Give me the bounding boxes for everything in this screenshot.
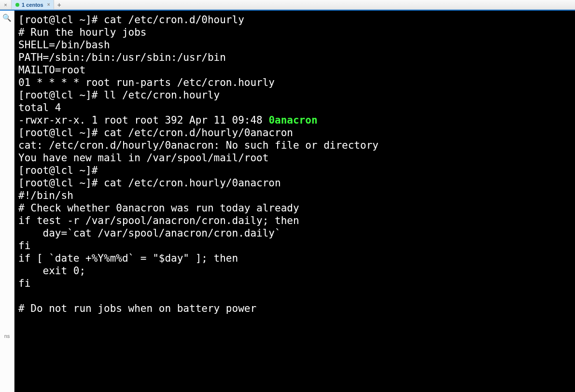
tab-close-icon[interactable]: ×	[46, 2, 50, 7]
terminal-line: exit 0;	[18, 265, 85, 277]
terminal-line: 01 * * * * root run-parts /etc/cron.hour…	[18, 77, 275, 88]
terminal-line: # Check whether 0anacron was run today a…	[18, 202, 299, 214]
terminal-line: [root@lcl ~]# cat /etc/cron.hourly/0anac…	[18, 177, 281, 189]
terminal-line: [root@lcl ~]#	[18, 165, 104, 176]
tab-bar: × 1 centos × +	[0, 0, 575, 10]
status-dot-icon	[15, 3, 19, 7]
terminal-line: # Run the hourly jobs	[18, 27, 147, 38]
terminal-line: #!/bin/sh	[18, 190, 73, 201]
terminal-line: MAILTO=root	[18, 64, 85, 76]
terminal-line: [root@lcl ~]# ll /etc/cron.hourly	[18, 89, 220, 101]
terminal-line: SHELL=/bin/bash	[18, 39, 110, 51]
terminal-line: day=`cat /var/spool/anacron/cron.daily`	[18, 227, 281, 239]
search-icon[interactable]: 🔍	[2, 14, 12, 22]
terminal-line: [root@lcl ~]# cat /etc/cron.d/hourly/0an…	[18, 127, 293, 139]
terminal-line: fi	[18, 278, 30, 289]
terminal-line: if [ `date +%Y%m%d` = "$day" ]; then	[18, 252, 238, 264]
terminal-line: [root@lcl ~]# cat /etc/cron.d/0hourly	[18, 14, 244, 26]
tab-label: 1 centos	[22, 2, 43, 8]
tab-add-button[interactable]: +	[54, 0, 64, 9]
terminal-line: -rwxr-xr-x. 1 root root 392 Apr 11 09:48…	[18, 114, 318, 126]
terminal-output[interactable]: [root@lcl ~]# cat /etc/cron.d/0hourly # …	[14, 11, 575, 392]
terminal-line: total 4	[18, 102, 61, 113]
main-area: 🔍 ns [root@lcl ~]# cat /etc/cron.d/0hour…	[0, 11, 575, 392]
ns-label: ns	[4, 333, 10, 339]
terminal-line: if test -r /var/spool/anacron/cron.daily…	[18, 215, 299, 226]
terminal-line: You have new mail in /var/spool/mail/roo…	[18, 152, 268, 164]
terminal-line: # Do not run jobs when on battery power	[18, 303, 256, 314]
tab-centos[interactable]: 1 centos ×	[12, 0, 54, 9]
left-gutter: 🔍 ns	[0, 11, 14, 392]
terminal-line: fi	[18, 240, 30, 252]
tabbar-close-icon[interactable]: ×	[0, 0, 12, 9]
terminal-line: PATH=/sbin:/bin:/usr/sbin:/usr/bin	[18, 52, 226, 63]
executable-filename: 0anacron	[268, 114, 317, 126]
terminal-line: cat: /etc/cron.d/hourly/0anacron: No suc…	[18, 140, 379, 151]
